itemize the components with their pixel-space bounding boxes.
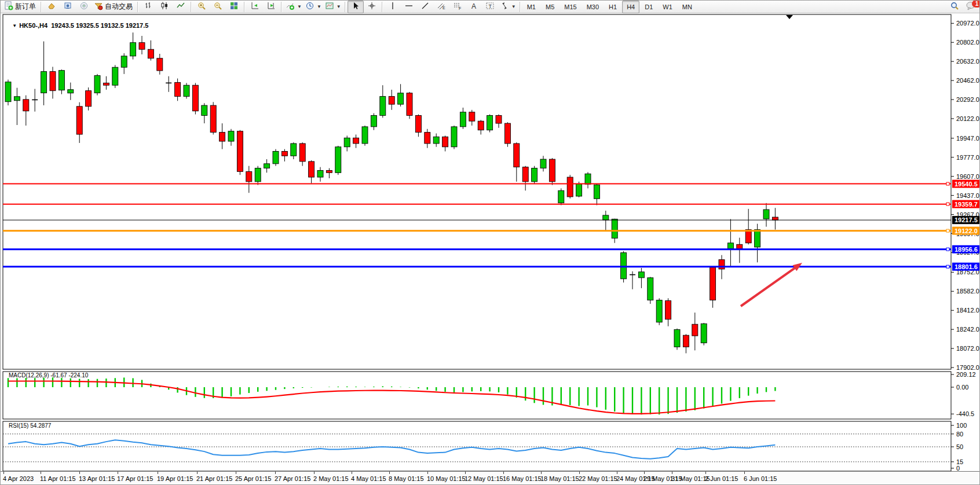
candle-body <box>398 93 404 104</box>
time-axis-tick <box>744 472 745 474</box>
crosshair-button[interactable] <box>364 1 380 13</box>
periods-button[interactable]: ▼ <box>303 1 323 13</box>
time-axis-label: 8 May 01:15 <box>389 475 424 482</box>
candle-body <box>103 83 109 85</box>
candle-body <box>469 112 475 121</box>
trendline-button[interactable] <box>417 1 433 13</box>
candle <box>335 146 341 175</box>
time-axis-label: 4 Apr 2023 <box>3 475 34 482</box>
zoom-out-button[interactable] <box>210 1 226 13</box>
candle <box>407 92 412 119</box>
templates-button[interactable]: ▼ <box>323 1 343 13</box>
candle <box>237 130 243 175</box>
tf-MN[interactable]: MN <box>678 1 697 13</box>
price-axis[interactable]: 20972.020802.020632.020462.020292.020122… <box>951 20 979 371</box>
tf-W1[interactable]: W1 <box>658 1 677 13</box>
bar-chart-button[interactable] <box>140 1 156 13</box>
candle <box>648 277 653 303</box>
tile-windows-button[interactable] <box>226 1 242 13</box>
autotrading-icon <box>94 1 103 13</box>
candle-body <box>665 301 671 319</box>
fibonacci-button[interactable]: F <box>449 1 466 13</box>
autotrading-button[interactable]: 自动交易 <box>92 1 136 13</box>
line-anchor-handle[interactable] <box>946 203 949 205</box>
market-watch-button[interactable] <box>43 1 60 13</box>
tf-M1[interactable]: M1 <box>522 1 540 13</box>
data-window-button[interactable] <box>60 1 76 13</box>
candle <box>567 175 573 199</box>
chat-unread-badge: 1 <box>972 0 980 8</box>
time-axis-label: 22 May 01:15 <box>579 475 617 482</box>
price-tick-label: 18582.0 <box>956 288 979 295</box>
candle-body <box>76 106 82 134</box>
candle-body <box>763 210 769 219</box>
rsi-tick-label: 80 <box>956 431 963 438</box>
channel-button[interactable]: E <box>433 1 449 13</box>
arrows-tool-button[interactable]: ▼ <box>498 1 518 13</box>
price-badge-label: 19217.5 <box>955 216 978 223</box>
svg-text:T: T <box>488 3 492 9</box>
chart-ohlc-values: 19243.5 19325.5 19132.5 19217.5 <box>51 22 148 29</box>
vertical-line-button[interactable] <box>385 1 401 13</box>
data-window-icon <box>63 1 72 13</box>
line-anchor-handle[interactable] <box>946 248 949 251</box>
tf-M5[interactable]: M5 <box>541 1 559 13</box>
symbol-dropdown-icon[interactable]: ▼ <box>12 23 17 28</box>
tf-M30[interactable]: M30 <box>582 1 604 13</box>
time-axis-label: 2 May 01:15 <box>313 475 349 482</box>
chart-shift-button[interactable] <box>263 1 279 13</box>
candlestick-button[interactable] <box>156 1 173 13</box>
time-axis-tick <box>314 472 315 474</box>
horizontal-line-button[interactable] <box>401 1 417 13</box>
tf-H4[interactable]: H4 <box>622 1 639 13</box>
chevron-down-icon: ▼ <box>317 4 321 9</box>
candle-body <box>576 184 582 196</box>
chat-button[interactable]: 1 <box>963 1 979 13</box>
line-anchor-handle[interactable] <box>946 265 949 268</box>
separator <box>382 2 383 12</box>
time-axis-label: 16 May 01:15 <box>503 475 542 482</box>
navigator-icon <box>79 1 89 13</box>
candle-body <box>68 90 74 93</box>
tf-M15[interactable]: M15 <box>560 1 581 13</box>
candle-body <box>335 147 341 173</box>
chevron-down-icon: ▼ <box>511 4 516 9</box>
time-axis-label: 18 May 01:15 <box>540 475 579 482</box>
zoom-in-button[interactable] <box>193 1 210 13</box>
candle <box>362 126 368 146</box>
auto-scroll-button[interactable] <box>247 1 263 13</box>
time-axis-tick <box>275 472 276 474</box>
candle <box>5 80 11 106</box>
time-axis[interactable]: 4 Apr 202311 Apr 01:1513 Apr 01:1517 Apr… <box>1 471 980 485</box>
line-anchor-handle[interactable] <box>946 182 949 185</box>
navigator-button[interactable] <box>76 1 92 13</box>
indicators-button[interactable]: ▼ <box>284 1 303 13</box>
text-button[interactable]: A <box>466 1 482 13</box>
line-anchor-handle[interactable] <box>946 229 949 232</box>
candle <box>504 122 510 147</box>
time-axis-label: 6 Jun 01:15 <box>744 475 777 482</box>
svg-text:A: A <box>471 2 476 10</box>
time-axis-tick <box>672 472 672 474</box>
search-button[interactable] <box>946 1 963 13</box>
cursor-button[interactable] <box>348 1 364 13</box>
text-label-button[interactable]: T <box>482 1 498 13</box>
separator <box>41 2 42 12</box>
candle <box>549 158 555 185</box>
tf-D1[interactable]: D1 <box>640 1 657 13</box>
tf-H1[interactable]: H1 <box>604 1 621 13</box>
chart-canvas[interactable]: 20972.020802.020632.020462.020292.020122… <box>1 13 980 471</box>
candle-body <box>504 123 510 144</box>
candle-body <box>478 121 484 130</box>
time-axis-label: 12 May 01:15 <box>465 475 503 482</box>
time-axis-tick <box>465 472 466 474</box>
line-chart-button[interactable] <box>173 1 189 13</box>
time-axis-tick <box>41 472 41 474</box>
tile-windows-icon <box>229 1 239 13</box>
time-axis-label: 13 Apr 01:15 <box>79 475 115 482</box>
price-tick-label: 18412.0 <box>956 307 979 314</box>
new-order-button[interactable]: 新订单 <box>2 1 39 13</box>
candle-body <box>621 253 627 279</box>
candle-body <box>157 58 163 71</box>
candle-body <box>380 97 386 116</box>
